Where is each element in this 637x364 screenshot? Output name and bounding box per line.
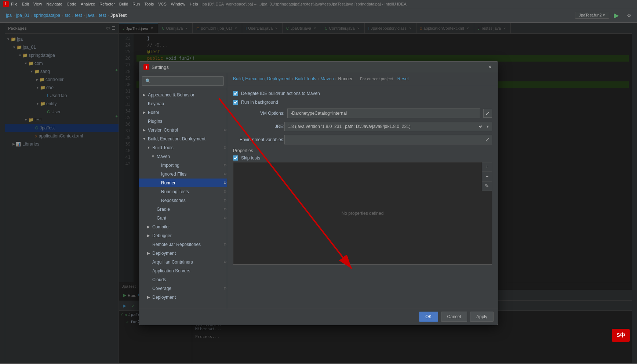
settings-item-gradle[interactable]: ▶ Gradle ⚙ xyxy=(139,205,227,214)
settings-item-runner[interactable]: ▶ Runner ⚙ xyxy=(139,179,227,187)
settings-item-editor[interactable]: ▶ Editor xyxy=(139,108,227,117)
menu-analyze[interactable]: Analyze xyxy=(81,2,95,6)
menu-navigate[interactable]: Navigate xyxy=(46,2,62,6)
reset-button[interactable]: Reset xyxy=(397,76,409,81)
breadcrumb-item-test2[interactable]: test xyxy=(99,13,106,18)
settings-item-label: Clouds xyxy=(152,277,166,282)
menu-view[interactable]: View xyxy=(33,2,42,6)
settings-item-ignored[interactable]: ▶ Ignored Files ⚙ xyxy=(139,170,227,179)
settings-tree: ▶ Appearance & Behavior ▶ Keymap ▶ xyxy=(139,89,227,309)
breadcrumb-item-test[interactable]: test xyxy=(75,13,82,18)
menu-run[interactable]: Run xyxy=(132,2,140,6)
title-path: jpa [D:\IDEA_workspace\jpa] – ...\jpa_01… xyxy=(202,2,634,6)
menu-edit[interactable]: Edit xyxy=(22,2,29,6)
settings-search-input[interactable] xyxy=(142,76,224,86)
menu-vcs[interactable]: VCS xyxy=(158,2,167,6)
dialog-footer: OK Cancel Apply xyxy=(139,309,498,325)
breadcrumb-maven[interactable]: Maven xyxy=(321,76,334,81)
settings-item-buildtools[interactable]: ▼ Build Tools ⚙ xyxy=(139,143,227,152)
env-vars-input[interactable] xyxy=(284,135,483,144)
dialog-close-button[interactable]: × xyxy=(486,63,494,71)
menu-build[interactable]: Build xyxy=(119,2,128,6)
settings-item-compiler[interactable]: ▶ Compiler xyxy=(139,223,227,231)
vm-options-expand-btn[interactable]: ⤢ xyxy=(483,109,492,118)
breadcrumb-buildtools[interactable]: Build Tools xyxy=(295,76,316,81)
jre-select[interactable]: 1.8 (java version '1.8.0_231', path: D:/… xyxy=(284,122,483,131)
settings-breadcrumb: Build, Execution, Deployment › Build Too… xyxy=(227,73,498,85)
settings-item-appearance[interactable]: ▶ Appearance & Behavior xyxy=(139,91,227,99)
settings-item-deployment[interactable]: ▶ Deployment xyxy=(139,249,227,258)
settings-item-running-tests[interactable]: ▶ Running Tests ⚙ xyxy=(139,187,227,196)
settings-item-vcs[interactable]: ▶ Version Control ⚙ xyxy=(139,126,227,135)
settings-item-coverage[interactable]: ▶ Coverage ⚙ xyxy=(139,284,227,293)
expand-icon: ▶ xyxy=(142,128,146,132)
expand-icon: ▼ xyxy=(151,154,155,159)
settings-item-maven[interactable]: ▼ Maven xyxy=(139,152,227,161)
run-button[interactable]: ▶ xyxy=(611,10,622,21)
menu-tools[interactable]: Tools xyxy=(144,2,154,6)
breadcrumb-item-java[interactable]: java xyxy=(86,13,94,18)
vm-options-input[interactable] xyxy=(287,109,480,118)
sync-icon: ⚙ xyxy=(223,242,227,246)
run-in-background-row: Run in background xyxy=(233,100,492,105)
skip-tests-checkbox[interactable] xyxy=(233,155,238,161)
settings-item-repositories[interactable]: ▶ Repositories ⚙ xyxy=(139,196,227,205)
settings-item-gant[interactable]: ▶ Gant ⚙ xyxy=(139,214,227,223)
settings-item-importing[interactable]: ▶ Importing ⚙ xyxy=(139,161,227,170)
run-in-background-label: Run in background xyxy=(241,100,278,105)
dialog-body: ▶ Appearance & Behavior ▶ Keymap ▶ xyxy=(139,73,498,309)
settings-item-label: Gradle xyxy=(157,207,170,212)
apply-button[interactable]: Apply xyxy=(470,312,494,322)
ide-window: I File Edit View Navigate Code Analyze R… xyxy=(0,0,637,364)
menu-help[interactable]: Help xyxy=(190,2,198,6)
delegate-checkbox[interactable] xyxy=(233,91,238,96)
env-vars-expand-btn[interactable]: ⤢ xyxy=(483,135,492,144)
settings-item-plugins[interactable]: ▶ Plugins xyxy=(139,117,227,126)
settings-item-app-servers[interactable]: ▶ Application Servers xyxy=(139,266,227,275)
breadcrumb-item-src[interactable]: src xyxy=(65,13,70,18)
settings-dialog: I Settings × ▶ xyxy=(139,61,498,325)
breadcrumb-item-jpa01[interactable]: jpa_01 xyxy=(16,13,29,18)
run-config-dropdown[interactable]: JpaTest.fun2 ▾ xyxy=(575,12,609,19)
settings-item-label: Runner xyxy=(161,180,175,185)
run-in-background-checkbox[interactable] xyxy=(233,100,238,105)
settings-item-remote-jar[interactable]: ▶ Remote Jar Repositories ⚙ xyxy=(139,240,227,249)
props-remove-btn[interactable]: − xyxy=(482,172,492,181)
settings-item-label: Ignored Files xyxy=(161,172,186,177)
sync-icon: ⚙ xyxy=(223,181,227,185)
breadcrumb-item-jpatest[interactable]: JpaTest xyxy=(110,13,127,18)
settings-item-label: Build, Execution, Deployment xyxy=(148,136,205,141)
settings-item-build[interactable]: ▼ Build, Execution, Deployment xyxy=(139,135,227,143)
settings-item-arquillian[interactable]: ▶ Arquillian Containers ⚙ xyxy=(139,258,227,266)
settings-item-clouds[interactable]: ▶ Clouds xyxy=(139,275,227,284)
menu-refactor[interactable]: Refactor xyxy=(99,2,115,6)
settings-item-label: Deployment xyxy=(152,251,176,256)
settings-item-label: Repositories xyxy=(161,198,186,203)
dialog-app-icon: I xyxy=(143,64,149,70)
menu-code[interactable]: Code xyxy=(67,2,76,6)
settings-item-keymap[interactable]: ▶ Keymap xyxy=(139,99,227,108)
jre-row: JRE: 1.8 (java version '1.8.0_231', path… xyxy=(233,122,492,131)
breadcrumb-item-jpa[interactable]: jpa xyxy=(6,13,12,18)
breadcrumb-build[interactable]: Build, Execution, Deployment xyxy=(233,76,291,81)
ok-button[interactable]: OK xyxy=(419,312,438,322)
jre-dropdown-icon[interactable]: ▾ xyxy=(483,122,492,131)
cancel-button[interactable]: Cancel xyxy=(441,312,467,322)
menu-window[interactable]: Window xyxy=(171,2,185,6)
settings-item-deployment2[interactable]: ▶ Deployment xyxy=(139,293,227,302)
sogou-icon[interactable]: S中 xyxy=(612,329,630,342)
dialog-title: Settings xyxy=(152,65,486,70)
props-edit-btn[interactable]: ✎ xyxy=(482,181,492,191)
props-add-btn[interactable]: + xyxy=(482,162,492,172)
menu-file[interactable]: File xyxy=(11,2,18,6)
skip-tests-label: Skip tests xyxy=(241,155,260,161)
sync-icon: ⚙ xyxy=(223,286,227,290)
sync-icon: ⚙ xyxy=(223,163,227,167)
sync-icon: ⚙ xyxy=(223,146,227,150)
settings-button[interactable]: ⚙ xyxy=(624,10,634,21)
breadcrumb-runner: Runner xyxy=(338,76,353,81)
breadcrumb-item-springdatajpa[interactable]: springdatajpa xyxy=(34,13,60,18)
settings-item-debugger[interactable]: ▶ Debugger xyxy=(139,231,227,240)
settings-search-box xyxy=(139,73,227,89)
properties-label: Properties xyxy=(233,148,492,153)
